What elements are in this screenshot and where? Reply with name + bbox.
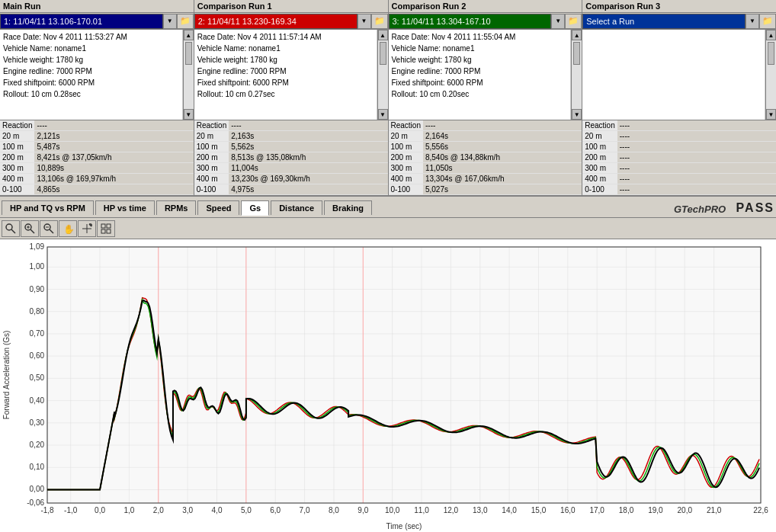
200m-value: 8,540s @ 134,88km/h (423, 152, 582, 163)
tab-braking[interactable]: Braking (324, 200, 372, 215)
comp3-run-info-area: ▲ ▼ (582, 30, 776, 120)
comp3-run-reaction-table: Reaction---- 20 m---- 100 m---- 200 m---… (582, 120, 776, 195)
0100-label: 0-100 (389, 184, 423, 195)
tab-distance[interactable]: Distance (271, 200, 322, 215)
main-run-select[interactable]: 1: 11/04/11 13.106-170.01 (0, 14, 163, 29)
200m-label: 200 m (0, 152, 34, 163)
200m-label: 200 m (582, 152, 617, 163)
comp2-run-info-text: Race Date: Nov 4 2011 11:55:04 AM Vehicl… (389, 30, 572, 120)
comp1-run-selector[interactable]: 2: 11/04/11 13.230-169.34 ▼ 📁 (194, 13, 388, 30)
svg-rect-18 (101, 229, 105, 233)
comp1-run-select[interactable]: 2: 11/04/11 13.230-169.34 (194, 14, 358, 29)
20m-label: 20 m (0, 131, 34, 142)
svg-point-1 (6, 224, 12, 230)
400m-label: 400 m (389, 174, 423, 184)
svg-line-2 (11, 229, 15, 233)
100m-label: 100 m (389, 142, 423, 152)
300m-value: ---- (617, 163, 776, 174)
tab-hp-time[interactable]: HP vs time (95, 200, 155, 215)
400m-value: ---- (617, 174, 776, 184)
100m-value: 5,487s (34, 142, 193, 152)
reaction-label: Reaction (0, 120, 34, 131)
comp1-run-reaction-table: Reaction---- 20 m2,163s 100 m5,562s 200 … (194, 120, 388, 195)
tab-gs[interactable]: Gs (241, 200, 269, 216)
tab-speed[interactable]: Speed (197, 200, 239, 215)
20m-value: 2,164s (423, 131, 582, 142)
main-run-reaction-table: Reaction---- 20 m2,121s 100 m5,487s 200 … (0, 120, 194, 195)
scroll-down-btn[interactable]: ▼ (184, 109, 194, 120)
svg-line-8 (50, 229, 53, 233)
comp2-run-dropdown-btn[interactable]: ▼ (551, 14, 565, 29)
scroll-up-btn[interactable]: ▲ (378, 30, 388, 40)
tab-rpms[interactable]: RPMs (156, 200, 197, 215)
comp2-run-reaction-table: Reaction---- 20 m2,164s 100 m5,556s 200 … (389, 120, 582, 195)
main-run-title: Main Run (0, 0, 194, 13)
comp3-run-scrollbar: ▲ ▼ (765, 30, 776, 120)
comp2-run-folder-btn[interactable]: 📁 (565, 14, 582, 29)
svg-text:✋: ✋ (63, 223, 73, 234)
svg-line-4 (30, 229, 34, 233)
100m-label: 100 m (582, 142, 617, 152)
comp2-run-panel: Comparison Run 2 3: 11/04/11 13.304-167.… (389, 0, 583, 195)
zoom-fit-btn[interactable] (21, 220, 39, 237)
comp1-run-folder-btn[interactable]: 📁 (371, 14, 388, 29)
100m-value: 5,556s (423, 142, 582, 152)
zoom-out-btn[interactable] (40, 220, 58, 237)
comp3-run-info-text (582, 30, 765, 120)
svg-rect-17 (107, 224, 111, 228)
comp1-run-scrollbar: ▲ ▼ (377, 30, 388, 120)
scroll-down-btn[interactable]: ▼ (572, 109, 582, 120)
0100-value: 4,975s (229, 184, 387, 195)
100m-label: 100 m (194, 142, 229, 152)
grid-btn[interactable] (97, 220, 115, 237)
scroll-up-btn[interactable]: ▲ (766, 30, 776, 40)
svg-rect-16 (101, 224, 105, 228)
comp2-run-scrollbar: ▲ ▼ (571, 30, 582, 120)
0100-label: 0-100 (194, 184, 229, 195)
100m-value: 5,562s (229, 142, 387, 152)
300m-value: 10,889s (34, 163, 193, 174)
zoom-tool-btn[interactable] (2, 220, 20, 237)
comp2-run-selector[interactable]: 3: 11/04/11 13.304-167.10 ▼ 📁 (389, 13, 582, 30)
main-run-dropdown-btn[interactable]: ▼ (163, 14, 177, 29)
0100-value: 4,865s (34, 184, 193, 195)
scroll-down-btn[interactable]: ▼ (378, 109, 388, 120)
400m-value: 13,304s @ 167,06km/h (423, 174, 582, 184)
scroll-up-btn[interactable]: ▲ (572, 30, 582, 40)
tab-hp-tq-rpm[interactable]: HP and TQ vs RPM (2, 200, 94, 215)
pan-tool-btn[interactable]: ✋ (59, 220, 77, 237)
300m-label: 300 m (0, 163, 34, 174)
200m-value: ---- (617, 152, 776, 163)
comp1-run-panel: Comparison Run 1 2: 11/04/11 13.230-169.… (194, 0, 389, 195)
400m-label: 400 m (582, 174, 617, 184)
comp2-run-select[interactable]: 3: 11/04/11 13.304-167.10 (389, 14, 552, 29)
comp3-run-folder-btn[interactable]: 📁 (759, 14, 776, 29)
toolbar-row: ✋ (0, 218, 776, 239)
comp3-run-select[interactable]: Select a Run (582, 14, 746, 29)
crosshair-btn[interactable] (78, 220, 96, 237)
comp1-run-info-area: Race Date: Nov 4 2011 11:57:14 AM Vehicl… (194, 30, 388, 120)
reaction-value: ---- (229, 120, 387, 131)
comp1-run-dropdown-btn[interactable]: ▼ (358, 14, 371, 29)
300m-value: 11,050s (423, 163, 582, 174)
main-run-selector[interactable]: 1: 11/04/11 13.106-170.01 ▼ 📁 (0, 13, 194, 30)
20m-value: 2,121s (34, 131, 193, 142)
scroll-down-btn[interactable]: ▼ (766, 109, 776, 120)
comp3-run-selector[interactable]: Select a Run ▼ 📁 (582, 13, 776, 30)
200m-value: 8,421s @ 137,05km/h (34, 152, 193, 163)
main-run-panel: Main Run 1: 11/04/11 13.106-170.01 ▼ 📁 R… (0, 0, 194, 195)
chart-area[interactable] (0, 239, 776, 532)
0100-label: 0-100 (0, 184, 34, 195)
comp2-run-info-area: Race Date: Nov 4 2011 11:55:04 AM Vehicl… (389, 30, 582, 120)
100m-label: 100 m (0, 142, 34, 152)
main-run-info-area: Race Date: Nov 4 2011 11:53:27 AM Vehicl… (0, 30, 194, 120)
reaction-value: ---- (423, 120, 582, 131)
scroll-up-btn[interactable]: ▲ (184, 30, 194, 40)
main-run-folder-btn[interactable]: 📁 (177, 14, 194, 29)
200m-label: 200 m (389, 152, 423, 163)
300m-label: 300 m (582, 163, 617, 174)
reaction-label: Reaction (194, 120, 229, 131)
0100-label: 0-100 (582, 184, 617, 195)
comp3-run-dropdown-btn[interactable]: ▼ (746, 14, 759, 29)
20m-label: 20 m (389, 131, 423, 142)
